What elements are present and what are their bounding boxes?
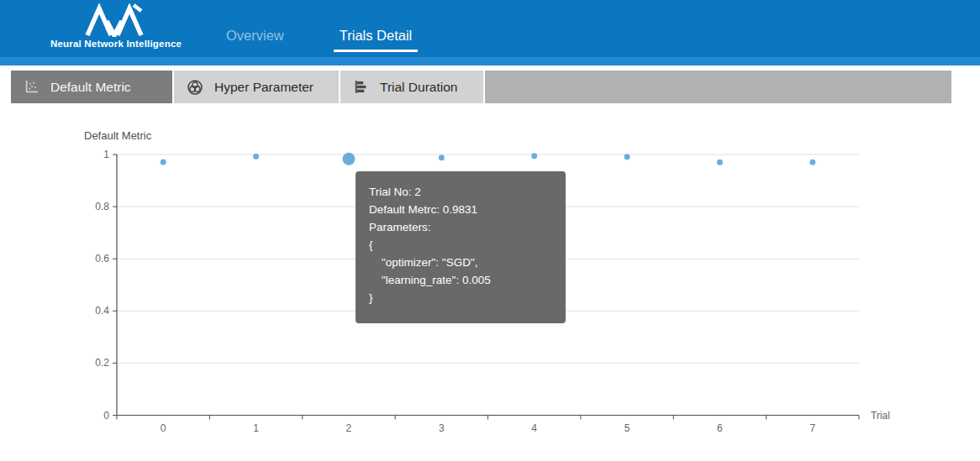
scatter-point[interactable] bbox=[809, 160, 815, 165]
x-tick-label: 3 bbox=[439, 422, 445, 434]
x-tick-label: 0 bbox=[161, 422, 166, 434]
scatter-point[interactable] bbox=[439, 155, 445, 160]
y-tick-label: 0.2 bbox=[95, 357, 109, 369]
scatter-point[interactable] bbox=[531, 153, 537, 159]
tooltip-brace-open: { bbox=[369, 236, 552, 254]
scatter-point[interactable] bbox=[161, 160, 166, 165]
scatter-point[interactable] bbox=[624, 154, 630, 160]
tooltip-parameters-label: Parameters: bbox=[369, 218, 552, 236]
x-tick-label: 6 bbox=[717, 422, 723, 434]
scatter-point[interactable] bbox=[342, 153, 355, 165]
x-tick-label: 7 bbox=[809, 422, 815, 434]
tooltip-brace-close: } bbox=[369, 289, 552, 306]
scatter-point[interactable] bbox=[717, 160, 723, 165]
y-tick-label: 0.8 bbox=[95, 201, 109, 212]
x-tick-label: 5 bbox=[624, 422, 630, 434]
y-tick-label: 1 bbox=[103, 149, 109, 160]
chart-tooltip: Trial No: 2 Default Metrc: 0.9831 Parame… bbox=[356, 171, 566, 323]
tooltip-param-optimizer: "optimizer": "SGD", bbox=[369, 254, 552, 271]
x-tick-label: 1 bbox=[253, 422, 259, 434]
y-tick-label: 0 bbox=[103, 410, 109, 422]
x-tick-label: 2 bbox=[346, 422, 352, 434]
y-tick-label: 0.4 bbox=[95, 305, 109, 317]
x-tick-label: 4 bbox=[531, 422, 537, 434]
nni-app: Neural Network Intelligence Overview Tri… bbox=[0, 0, 980, 461]
scatter-point[interactable] bbox=[253, 154, 259, 160]
tooltip-param-learning-rate: "learning_rate": 0.005 bbox=[369, 271, 552, 289]
y-tick-label: 0.6 bbox=[95, 253, 109, 265]
tooltip-trial-no: Trial No: 2 bbox=[369, 183, 552, 201]
x-axis-name: Trial bbox=[871, 410, 890, 422]
tooltip-default-metric: Default Metrc: 0.9831 bbox=[369, 201, 552, 218]
